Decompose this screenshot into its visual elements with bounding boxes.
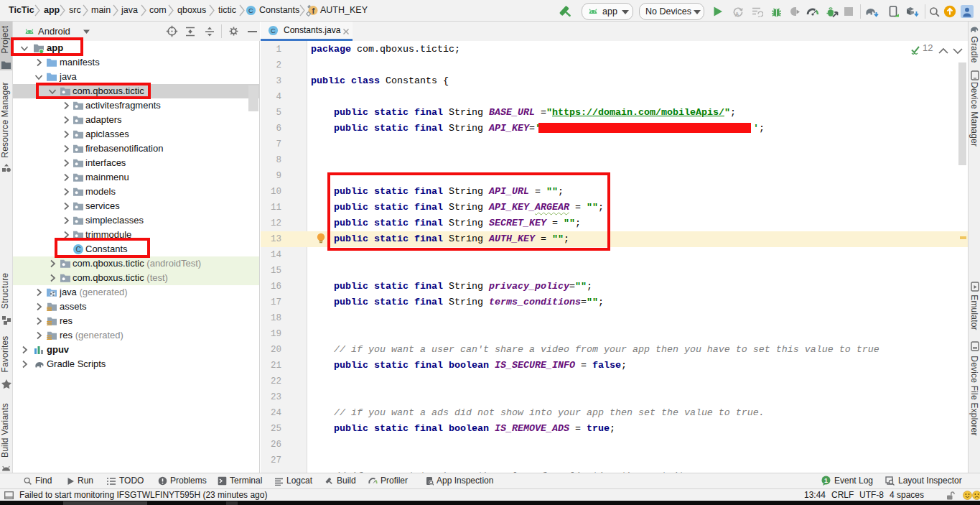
svg-text:1: 1 — [824, 477, 828, 484]
svg-text:A: A — [735, 11, 739, 18]
svg-text:f: f — [312, 6, 314, 15]
